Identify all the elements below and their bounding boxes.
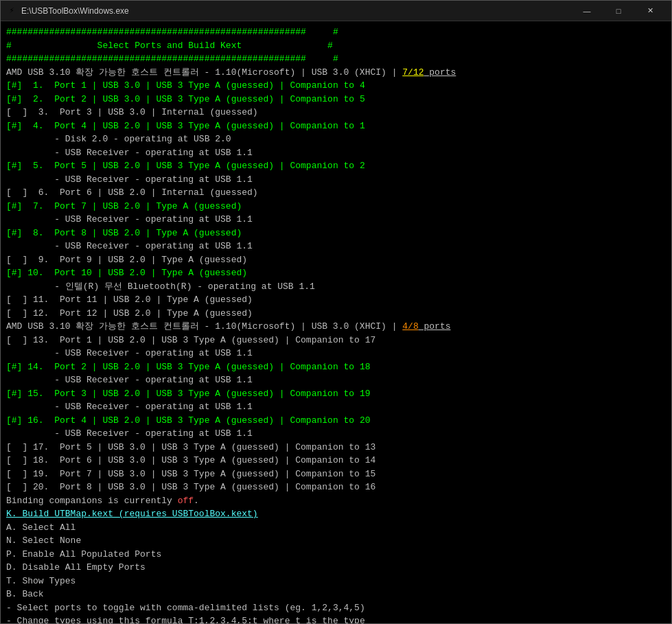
terminal-line: T. Show Types — [6, 575, 666, 588]
terminal-line: [#] 10. Port 10 | USB 2.0 | Type A (gues… — [6, 266, 666, 280]
terminal-line: AMD USB 3.10 확장 가능한 호스트 컨트롤러 - 1.10(Micr… — [6, 66, 666, 80]
terminal-line: [#] 8. Port 8 | USB 2.0 | Type A (guesse… — [6, 227, 666, 240]
terminal-line: - Disk 2.0 - operating at USB 2.0 — [6, 132, 666, 146]
maximize-button[interactable]: □ — [603, 1, 634, 21]
close-button[interactable]: ✕ — [634, 1, 666, 21]
terminal-line: [ ] 13. Port 1 | USB 2.0 | USB 3 Type A … — [6, 334, 666, 347]
terminal-line: - 인텔(R) 무선 Bluetooth(R) - operating at U… — [6, 280, 666, 294]
terminal-line: [#] 16. Port 4 | USB 2.0 | USB 3 Type A … — [6, 414, 666, 428]
terminal-line: ########################################… — [6, 25, 666, 39]
terminal-line: [#] 7. Port 7 | USB 2.0 | Type A (guesse… — [6, 200, 666, 213]
terminal-line: [ ] 18. Port 6 | USB 3.0 | USB 3 Type A … — [6, 454, 666, 467]
terminal-line: [#] 1. Port 1 | USB 3.0 | USB 3 Type A (… — [6, 79, 666, 93]
terminal-line: [ ] 12. Port 12 | USB 2.0 | Type A (gues… — [6, 307, 666, 321]
terminal-line: - USB Receiver - operating at USB 1.1 — [6, 173, 666, 187]
terminal-line: [#] 4. Port 4 | USB 2.0 | USB 3 Type A (… — [6, 119, 666, 133]
terminal-line: - USB Receiver - operating at USB 1.1 — [6, 240, 666, 253]
terminal-line: A. Select All — [6, 521, 666, 535]
terminal-output: ########################################… — [1, 21, 671, 623]
terminal-line: [ ] 9. Port 9 | USB 2.0 | Type A (guesse… — [6, 253, 666, 267]
app-window: ⚡ E:\USBToolBox\Windows.exe — □ ✕ ######… — [0, 0, 672, 624]
terminal-line: - Change types using this formula T:1,2,… — [6, 614, 666, 623]
terminal-line: [ ] 20. Port 8 | USB 3.0 | USB 3 Type A … — [6, 481, 666, 494]
terminal-line: - USB Receiver - operating at USB 1.1 — [6, 427, 666, 441]
terminal-line: D. Disable All Empty Ports — [6, 561, 666, 575]
terminal-line: # Select Ports and Build Kext # — [6, 39, 666, 53]
terminal-line: B. Back — [6, 588, 666, 601]
terminal-line: [ ] 11. Port 11 | USB 2.0 | Type A (gues… — [6, 293, 666, 307]
terminal-line: K. Build UTBMap.kext (requires USBToolBo… — [6, 507, 666, 521]
terminal-line: - Select ports to toggle with comma-deli… — [6, 601, 666, 615]
app-icon: ⚡ — [6, 5, 17, 16]
titlebar: ⚡ E:\USBToolBox\Windows.exe — □ ✕ — [1, 1, 671, 21]
terminal-line: [#] 14. Port 2 | USB 2.0 | USB 3 Type A … — [6, 360, 666, 374]
terminal-line: [#] 5. Port 5 | USB 2.0 | USB 3 Type A (… — [6, 159, 666, 173]
terminal-line: [ ] 3. Port 3 | USB 3.0 | Internal (gues… — [6, 106, 666, 119]
terminal-line: - USB Receiver - operating at USB 1.1 — [6, 373, 666, 387]
terminal-line: Binding companions is currently off. — [6, 494, 666, 508]
terminal-line: - USB Receiver - operating at USB 1.1 — [6, 400, 666, 414]
terminal-line: [ ] 19. Port 7 | USB 3.0 | USB 3 Type A … — [6, 467, 666, 481]
terminal-line: [ ] 6. Port 6 | USB 2.0 | Internal (gues… — [6, 186, 666, 200]
terminal-line: - USB Receiver - operating at USB 1.1 — [6, 347, 666, 360]
window-title: E:\USBToolBox\Windows.exe — [21, 6, 571, 16]
window-controls: — □ ✕ — [571, 1, 666, 21]
terminal-line: [ ] 17. Port 5 | USB 3.0 | USB 3 Type A … — [6, 441, 666, 454]
terminal-line: - USB Receiver - operating at USB 1.1 — [6, 213, 666, 227]
terminal-line: N. Select None — [6, 534, 666, 548]
terminal-line: AMD USB 3.10 확장 가능한 호스트 컨트롤러 - 1.10(Micr… — [6, 320, 666, 334]
terminal-line: ########################################… — [6, 52, 666, 66]
terminal-line: [#] 2. Port 2 | USB 3.0 | USB 3 Type A (… — [6, 93, 666, 106]
terminal-line: - USB Receiver - operating at USB 1.1 — [6, 146, 666, 160]
minimize-button[interactable]: — — [571, 1, 603, 21]
terminal-line: [#] 15. Port 3 | USB 2.0 | USB 3 Type A … — [6, 387, 666, 401]
terminal-line: P. Enable All Populated Ports — [6, 548, 666, 562]
